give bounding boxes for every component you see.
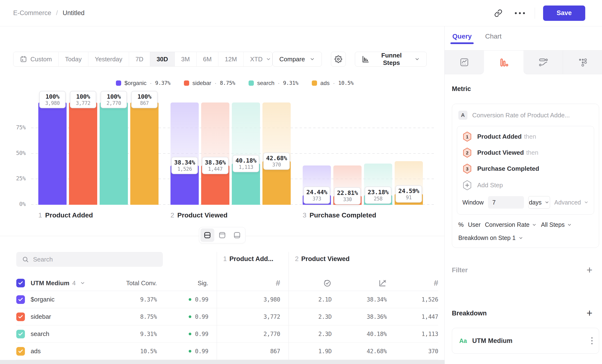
- legend-item-ads[interactable]: ads · 10.5%: [312, 80, 354, 86]
- range-6m[interactable]: 6M: [197, 52, 218, 66]
- step-row-3[interactable]: 3 Purchase Completed: [462, 164, 589, 174]
- layout-table-only-button[interactable]: [230, 228, 244, 242]
- gear-icon: [334, 55, 342, 63]
- tab-funnels-report[interactable]: [484, 51, 523, 74]
- funnel-bar[interactable]: 38.36%1,447: [201, 103, 229, 205]
- kebab-menu-icon[interactable]: [591, 337, 593, 344]
- legend-item-search[interactable]: search · 9.31%: [248, 80, 298, 86]
- metric-title-row[interactable]: A Conversion Rate of Product Adde...: [457, 110, 594, 121]
- row-checkbox[interactable]: [16, 312, 25, 321]
- clock-check-icon: [323, 279, 332, 287]
- range-12m[interactable]: 12M: [218, 52, 244, 66]
- hash-icon: #: [276, 278, 280, 288]
- funnel-bar[interactable]: 100%2,770: [100, 103, 128, 205]
- search-box[interactable]: [16, 252, 163, 267]
- save-button[interactable]: Save: [543, 6, 585, 21]
- funnel-bar[interactable]: 23.18%258: [364, 103, 392, 205]
- breadcrumb-project[interactable]: E-Commerce: [13, 9, 51, 17]
- chart-settings-button[interactable]: [331, 52, 345, 67]
- tab-insights-report[interactable]: [445, 51, 484, 74]
- search-input[interactable]: [33, 256, 157, 263]
- legend-item-organic[interactable]: $organic · 9.37%: [116, 80, 171, 86]
- conversion-column-header[interactable]: [332, 275, 387, 291]
- tab-query[interactable]: Query: [452, 32, 472, 44]
- funnel-bar-groups: 100%3,980 100%3,772 100%2,770 100%867 38…: [38, 103, 423, 205]
- range-today[interactable]: Today: [59, 52, 88, 66]
- total-conv-column-header[interactable]: Total Conv.: [112, 275, 157, 291]
- row-checkbox[interactable]: [16, 347, 25, 356]
- tab-retention-report[interactable]: [563, 51, 602, 74]
- table-search-area: [16, 252, 217, 275]
- legend-item-sidebar[interactable]: sidebar · 8.75%: [184, 80, 235, 86]
- tab-flows-report[interactable]: [524, 51, 563, 74]
- row-checkbox[interactable]: [16, 295, 25, 304]
- layout-split-view-button[interactable]: [200, 228, 214, 242]
- add-filter-button[interactable]: +: [586, 265, 592, 275]
- sig-value: 0.99: [157, 325, 217, 343]
- window-unit-select[interactable]: days: [528, 196, 550, 209]
- sig-column-header[interactable]: Sig.: [157, 275, 217, 291]
- layout-chart-only-button[interactable]: [215, 228, 229, 242]
- step-row-2[interactable]: 2 Product Viewedthen: [462, 148, 589, 158]
- window-value-input[interactable]: [488, 196, 524, 209]
- funnel-bar[interactable]: 100%3,772: [69, 103, 97, 205]
- chevron-down-icon: [567, 223, 572, 227]
- range-custom[interactable]: Custom: [13, 52, 59, 66]
- row-checkbox[interactable]: [16, 330, 25, 338]
- funnel-bar[interactable]: 42.68%370: [262, 103, 291, 205]
- metric-card: A Conversion Rate of Product Adde... 1 P…: [452, 104, 599, 248]
- compare-button[interactable]: Compare: [272, 52, 322, 67]
- funnel-bar[interactable]: 38.34%1,526: [171, 103, 199, 205]
- bar-value-label: 24.59%91: [395, 185, 422, 203]
- funnel-bar[interactable]: 24.59%91: [395, 103, 423, 205]
- sig-dot: [189, 298, 191, 301]
- step1-count-column-header[interactable]: #: [217, 275, 289, 291]
- funnel-bar[interactable]: 100%3,980: [38, 103, 66, 205]
- breakdown-column-label[interactable]: UTM Medium4: [31, 279, 76, 287]
- bar-value-label: 42.68%370: [263, 152, 290, 170]
- funnel-bar[interactable]: 100%867: [130, 103, 159, 205]
- top-bar: E-Commerce / Untitled Save: [0, 0, 602, 26]
- chevron-down-icon: [545, 200, 549, 205]
- step1-count-value: 3,772: [217, 308, 289, 325]
- range-xtd[interactable]: XTD: [244, 52, 272, 66]
- range-30d[interactable]: 30D: [150, 52, 175, 66]
- range-3m[interactable]: 3M: [175, 52, 197, 66]
- breakdown-on-step-dropdown[interactable]: Breakdown on Step 1: [457, 235, 594, 241]
- measure-format-toggle[interactable]: %: [458, 221, 463, 228]
- chevron-down-icon[interactable]: [80, 280, 85, 286]
- breakdown-property-card[interactable]: Aa UTM Medium: [452, 328, 599, 354]
- range-yesterday[interactable]: Yesterday: [88, 52, 129, 66]
- add-step-button[interactable]: Add Step: [462, 180, 589, 190]
- measure-scope-dropdown[interactable]: All Steps: [541, 221, 572, 228]
- link-icon: [494, 9, 502, 17]
- advanced-dropdown[interactable]: Advanced: [554, 199, 589, 206]
- step-hexagon-badge: 1: [462, 131, 472, 142]
- y-tick-0: 0%: [5, 201, 26, 207]
- tab-chart[interactable]: Chart: [485, 32, 501, 44]
- horizontal-scrollbar-track[interactable]: [0, 360, 444, 364]
- breadcrumb-report-title[interactable]: Untitled: [63, 9, 85, 17]
- select-all-checkbox[interactable]: [16, 279, 25, 287]
- avg-time-column-header[interactable]: [289, 275, 332, 291]
- more-options-button[interactable]: [513, 6, 527, 20]
- chevron-down-icon: [584, 200, 589, 205]
- share-link-button[interactable]: [492, 6, 505, 20]
- step-axis-label-1: 1Product Added: [38, 212, 93, 219]
- step2-count-column-header[interactable]: #: [387, 275, 438, 291]
- measure-metric-dropdown[interactable]: Conversion Rate: [485, 221, 537, 228]
- query-panel: Query Chart Metric A Conversion Rate of …: [445, 26, 602, 364]
- range-7d[interactable]: 7D: [129, 52, 150, 66]
- step1-count-value: 867: [217, 343, 289, 360]
- funnel-bar[interactable]: 24.44%373: [303, 103, 331, 205]
- chart-type-dropdown[interactable]: Funnel Steps: [355, 52, 427, 67]
- bar-value-label: 38.34%1,526: [171, 157, 198, 174]
- funnel-bar[interactable]: 40.18%1,113: [232, 103, 260, 205]
- sig-value: 0.99: [157, 308, 217, 325]
- add-breakdown-button[interactable]: +: [586, 308, 592, 318]
- ellipsis-icon: [515, 12, 525, 14]
- step-row-1[interactable]: 1 Product Addedthen: [462, 131, 589, 142]
- funnel-bar[interactable]: 22.81%330: [333, 103, 362, 205]
- filter-section-row: Filter +: [452, 265, 599, 275]
- measure-entity-dropdown[interactable]: User: [468, 221, 481, 228]
